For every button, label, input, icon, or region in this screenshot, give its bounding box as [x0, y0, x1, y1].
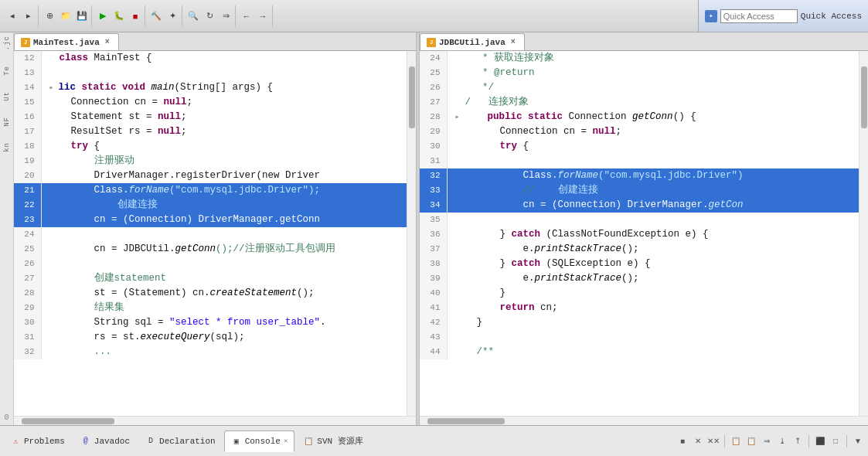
bottom-ctrl-10[interactable]: □ [829, 434, 842, 448]
line-content[interactable] [447, 213, 859, 227]
nav-btn[interactable]: ⇒ [218, 8, 233, 25]
open-btn[interactable]: 📁 [58, 8, 73, 25]
line-content[interactable]: e.printStackTrace(); [447, 242, 859, 257]
fold-indicator[interactable]: ▸ [48, 83, 59, 92]
new-btn[interactable]: ⊕ [42, 8, 57, 25]
line-content[interactable]: * 获取连接对象 [447, 51, 859, 66]
line-content[interactable]: ▸ public static Connection getConn() { [447, 110, 859, 124]
line-content[interactable]: DriverManager.registerDriver(new Driver [41, 168, 407, 183]
fold-indicator[interactable]: ▸ [454, 113, 465, 121]
stop-btn[interactable]: ■ [128, 8, 143, 25]
line-content[interactable]: return cn; [447, 301, 859, 315]
code-token: forName [558, 170, 599, 181]
run-btn[interactable]: ▶ [95, 8, 111, 25]
line-content[interactable]: ResultSet rs = null; [41, 124, 407, 139]
line-content[interactable]: Connection cn = null; [447, 124, 859, 139]
line-content[interactable]: /** [447, 345, 859, 359]
left-hscrollbar-thumb[interactable] [22, 418, 114, 424]
code-token: / [454, 97, 477, 107]
line-content[interactable]: } catch (SQLException e) { [447, 257, 859, 271]
bottom-tab-javadoc[interactable]: @ Javadoc [73, 430, 137, 452]
line-content[interactable]: Class.forName("com.mysql.jdbc.Driver"); [41, 183, 407, 198]
bottom-ctrl-5[interactable]: 📋 [744, 434, 758, 448]
left-vscrollbar[interactable] [407, 51, 416, 416]
line-content[interactable]: cn = (Connection) DriverManager.getCon [447, 198, 859, 213]
bottom-ctrl-6[interactable]: ⇒ [760, 434, 774, 448]
bottom-tab-console[interactable]: ▣ Console ✕ [224, 430, 295, 452]
line-content[interactable]: } [447, 286, 859, 301]
quick-access-input[interactable] [720, 9, 798, 23]
line-number: 19 [14, 154, 41, 168]
bottom-ctrl-1[interactable]: ■ [676, 434, 689, 448]
left-vscrollbar-thumb[interactable] [409, 66, 415, 128]
line-content[interactable]: } [447, 315, 859, 330]
bottom-tab-declaration[interactable]: D Declaration [138, 430, 223, 452]
line-content[interactable]: 结果集 [41, 301, 407, 315]
right-tab-jdbcutil[interactable]: J JDBCUtil.java × [420, 33, 525, 50]
left-tab-maintest[interactable]: J MainTest.java × [14, 33, 119, 50]
right-hscrollbar[interactable] [420, 416, 868, 425]
code-token: cn; [535, 302, 558, 313]
right-hscrollbar-thumb[interactable] [427, 418, 505, 424]
build-btn[interactable]: 🔨 [148, 8, 164, 25]
bottom-ctrl-2[interactable]: ✕ [691, 434, 705, 448]
line-content[interactable]: ▸ lic static void main(String[] args) { [41, 80, 407, 95]
bottom-ctrl-menu[interactable]: ▼ [851, 434, 865, 448]
line-content[interactable]: Statement st = null; [41, 110, 407, 124]
code-token: e. [454, 273, 535, 284]
next-btn[interactable]: → [255, 8, 271, 25]
search-btn[interactable]: 🔍 [186, 8, 201, 25]
line-content[interactable] [41, 227, 407, 242]
line-content[interactable]: 创建连接 [41, 198, 407, 213]
line-content[interactable]: * @return [447, 66, 859, 80]
back-btn[interactable]: ◂ [5, 8, 20, 25]
table-row: 26 [14, 257, 407, 271]
clean-btn[interactable]: ✦ [165, 8, 180, 25]
line-content[interactable]: try { [41, 139, 407, 154]
line-content[interactable] [447, 154, 859, 168]
bottom-ctrl-4[interactable]: 📋 [729, 434, 743, 448]
line-number: 33 [420, 183, 447, 198]
line-content[interactable]: rs = st.executeQuery(sql); [41, 330, 407, 345]
line-content[interactable]: } catch (ClassNotFoundException e) { [447, 227, 859, 242]
line-content[interactable]: e.printStackTrace(); [447, 271, 859, 286]
bottom-ctrl-7[interactable]: ⤓ [775, 434, 789, 448]
line-content[interactable]: Connection cn = null; [41, 95, 407, 110]
save-btn[interactable]: 💾 [74, 8, 90, 25]
line-content[interactable]: String sql = "select * from user_table". [41, 315, 407, 330]
debug-btn[interactable]: 🐛 [111, 8, 127, 25]
right-tab-close[interactable]: × [509, 38, 518, 47]
line-content[interactable]: cn = (Connection) DriverManager.getConn [41, 213, 407, 227]
forward-btn[interactable]: ▸ [21, 8, 36, 25]
bottom-tab-problems[interactable]: ⚠ Problems [3, 430, 72, 452]
bottom-ctrl-3[interactable]: ✕✕ [706, 434, 720, 448]
line-content[interactable]: / 连接对象 [447, 95, 859, 110]
line-content[interactable]: 创建statement [41, 271, 407, 286]
code-token: 注册驱动 [94, 155, 134, 166]
left-tab-close[interactable]: × [103, 38, 112, 47]
line-content[interactable]: st = (Statement) cn.createStatement(); [41, 286, 407, 301]
line-content[interactable] [447, 330, 859, 345]
right-code-area[interactable]: 24 * 获取连接对象25 * @return26 */27 / 连接对象28▸… [420, 51, 859, 416]
bottom-ctrl-9[interactable]: ⬛ [813, 434, 827, 448]
line-content[interactable] [41, 66, 407, 80]
left-hscrollbar[interactable] [14, 416, 416, 425]
line-content[interactable] [41, 257, 407, 271]
right-vscrollbar[interactable] [859, 51, 868, 416]
bottom-tab-svn[interactable]: 📋 SVN 资源库 [296, 430, 369, 452]
left-code-area[interactable]: 12 class MainTest {1314▸ lic static void… [14, 51, 407, 416]
bottom-ctrl-8[interactable]: ⤒ [791, 434, 805, 448]
prev-btn[interactable]: ← [239, 8, 254, 25]
right-vscrollbar-thumb[interactable] [861, 66, 867, 128]
refactor-btn[interactable]: ↻ [202, 8, 217, 25]
line-content[interactable]: ... [41, 345, 407, 359]
line-content[interactable]: */ [447, 80, 859, 95]
bottom-tab-console-label: Console [245, 437, 281, 446]
line-content[interactable]: // 创建连接 [447, 183, 859, 198]
line-content[interactable]: Class.forName("com.mysql.jdbc.Driver") [447, 168, 859, 183]
table-row: 30 try { [420, 139, 859, 154]
line-content[interactable]: class MainTest { [41, 51, 407, 66]
line-content[interactable]: 注册驱动 [41, 154, 407, 168]
line-content[interactable]: try { [447, 139, 859, 154]
line-content[interactable]: cn = JDBCUtil.getConn();//注册驱动工具包调用 [41, 242, 407, 257]
